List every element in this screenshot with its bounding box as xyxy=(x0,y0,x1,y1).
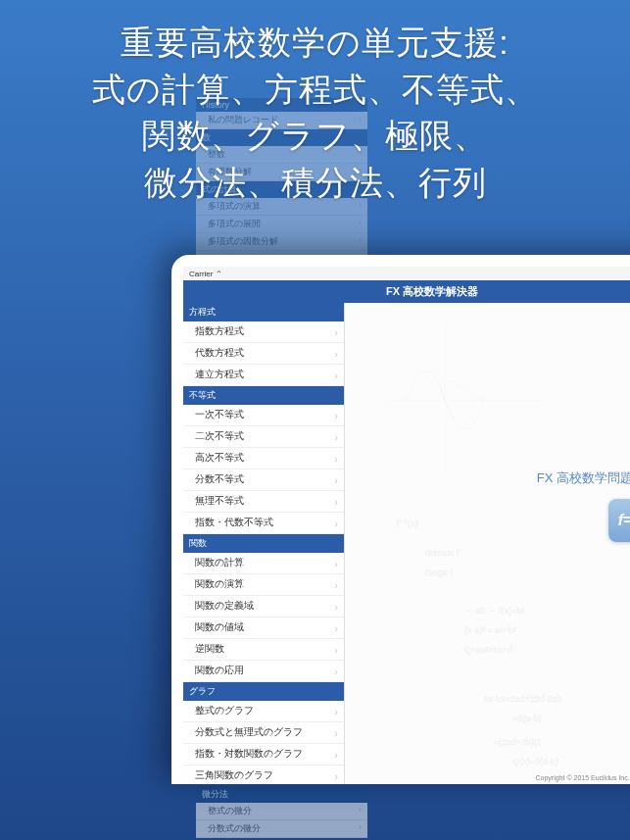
content-pane: f⁻¹(x) domain f range f ← ab → f(a)=M (x… xyxy=(345,303,630,784)
sidebar-item[interactable]: 高次不等式 xyxy=(183,448,344,469)
app-icon: f=? xyxy=(608,499,630,542)
sidebar-section-header: 不等式 xyxy=(183,386,344,405)
sidebar-item[interactable]: 関数の応用 xyxy=(183,661,344,682)
copyright-label: Copyright © 2015 Euclidus Inc. All right… xyxy=(535,774,630,781)
lower-item: 整式の微分 xyxy=(196,803,367,820)
svg-text:(x-a)² = a²+b²: (x-a)² = a²+b² xyxy=(464,625,515,635)
faded-item: 多項式の因数分解 xyxy=(196,233,367,251)
sidebar-item[interactable]: 逆関数 xyxy=(183,639,344,661)
status-bar: Carrier ⌃ 8:30 PM xyxy=(183,267,630,280)
sidebar-item[interactable]: 無理不等式 xyxy=(183,491,344,513)
sidebar-item[interactable]: 一次不等式 xyxy=(183,405,344,426)
sidebar-section-header: 方程式 xyxy=(183,303,344,321)
carrier-label: Carrier ⌃ xyxy=(189,270,222,278)
app-header: FX 高校数学解決器 xyxy=(183,280,630,303)
hero-line2: 式の計算、方程式、不等式、 xyxy=(92,71,539,108)
tablet-screen: Carrier ⌃ 8:30 PM FX 高校数学解決器 方程式指数方程式代数方… xyxy=(183,267,630,784)
svg-text:=3(a-b): =3(a-b) xyxy=(513,714,542,723)
sidebar[interactable]: 方程式指数方程式代数方程式連立方程式不等式一次不等式二次不等式高次不等式分数不等… xyxy=(183,303,345,784)
sidebar-item[interactable]: 分数不等式 xyxy=(183,469,344,491)
hero-line4: 微分法、積分法、行列 xyxy=(144,164,487,201)
sidebar-item[interactable]: 指数・代数不等式 xyxy=(183,513,344,534)
svg-text:domain f: domain f xyxy=(425,548,460,558)
lower-faded-list: 微分法整式の微分分数式の微分積分法整式の積分分数式の積分無理式の積分指数・対数関… xyxy=(196,786,367,840)
svg-text:Q+ax²+bx+d: Q+ax²+bx+d xyxy=(464,645,512,655)
hero-text: 重要高校数学の単元支援: 式の計算、方程式、不等式、 関数、グラフ、極限、 微分… xyxy=(0,0,630,216)
sidebar-item[interactable]: 連立方程式 xyxy=(183,365,344,386)
sidebar-item[interactable]: 関数の値域 xyxy=(183,618,344,639)
sidebar-item[interactable]: 指数方程式 xyxy=(183,321,344,343)
hero-line1: 重要高校数学の単元支援: xyxy=(121,24,509,61)
svg-text:range f: range f xyxy=(425,568,453,577)
sidebar-item[interactable]: 整式のグラフ xyxy=(183,701,344,722)
faded-item: 多項式の展開 xyxy=(196,216,367,233)
lower-section-header: 微分法 xyxy=(196,786,367,803)
svg-text:Q(x)=3(a-b): Q(x)=3(a-b) xyxy=(513,757,558,766)
svg-text:ax-bx=2ad+2bd-3ab: ax-bx=2ad+2bd-3ab xyxy=(484,694,562,704)
sidebar-item[interactable]: 指数・対数関数のグラフ xyxy=(183,744,344,766)
math-watermark: f⁻¹(x) domain f range f ← ab → f(a)=M (x… xyxy=(345,303,630,784)
svg-text:f⁻¹(x): f⁻¹(x) xyxy=(396,518,418,528)
sidebar-item[interactable]: 関数の定義域 xyxy=(183,596,344,618)
sidebar-section-header: 関数 xyxy=(183,534,344,553)
lower-item: 分数式の微分 xyxy=(196,820,367,838)
sidebar-section-header: グラフ xyxy=(183,682,344,701)
sidebar-item[interactable]: 分数式と無理式のグラフ xyxy=(183,722,344,744)
sidebar-item[interactable]: 三角関数のグラフ xyxy=(183,766,344,784)
content-title: FX 高校数学問題の解決 xyxy=(537,469,630,487)
sidebar-item[interactable]: 二次不等式 xyxy=(183,426,344,448)
sidebar-item[interactable]: 代数方程式 xyxy=(183,343,344,365)
svg-text:=(2ad+2b)(1: =(2ad+2b)(1 xyxy=(494,737,542,747)
svg-text:← ab → f(a)=M: ← ab → f(a)=M xyxy=(464,606,524,616)
hero-line3: 関数、グラフ、極限、 xyxy=(142,117,488,154)
sidebar-item[interactable]: 関数の演算 xyxy=(183,574,344,596)
tablet-frame: Carrier ⌃ 8:30 PM FX 高校数学解決器 方程式指数方程式代数方… xyxy=(171,255,630,784)
sidebar-item[interactable]: 関数の計算 xyxy=(183,553,344,574)
